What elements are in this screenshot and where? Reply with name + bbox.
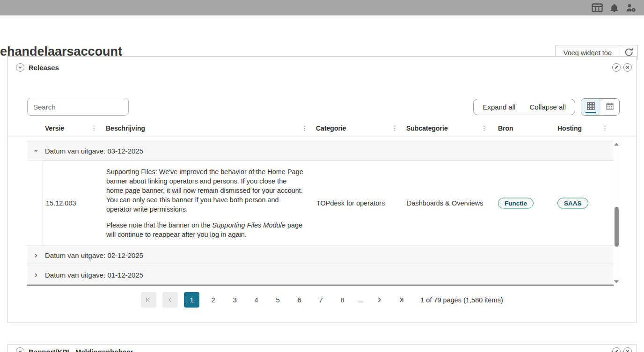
report-kpi-widget: Rapport/KPI - Meldingenbeheer [7,344,637,352]
column-menu-icon[interactable]: ⋮ [602,125,608,132]
column-menu-icon[interactable]: ⋮ [392,125,398,132]
view-toggle [581,98,620,116]
scrollbar-thumb[interactable] [615,207,619,247]
group-row-collapsed[interactable]: Datum van uitgave: 02-12-2025 [27,246,614,265]
page-button-current[interactable]: 1 [184,292,199,308]
page-button[interactable]: 2 [205,292,221,308]
cell-beschrijving: Supporting Files: We've improved the beh… [106,167,305,239]
release-row[interactable]: 15.12.003 Supporting Files: We've improv… [27,161,614,246]
notifications-bell-icon[interactable] [610,3,619,13]
cell-bron: Functie [498,198,534,209]
expand-all-button[interactable]: Expand all [483,103,515,111]
group-row-label: Datum van uitgave: 01-12-2025 [45,271,143,279]
pagination-ellipsis: ... [356,296,366,304]
report-kpi-widget-header: Rapport/KPI - Meldingenbeheer [7,345,637,352]
grid-view-button[interactable] [581,99,600,115]
column-menu-icon[interactable]: ⋮ [481,125,487,132]
collapse-widget-icon[interactable] [16,63,24,72]
cell-categorie: TOPdesk for operators [316,199,385,207]
scroll-down-icon[interactable] [614,280,619,283]
column-menu-icon[interactable]: ⋮ [91,125,97,132]
page-button[interactable]: 3 [227,292,242,308]
operator-settings-icon[interactable] [626,3,637,13]
chevron-right-icon[interactable] [32,272,40,279]
page-button[interactable]: 8 [335,292,350,308]
page-button[interactable]: 4 [249,292,264,308]
column-menu-icon[interactable]: ⋮ [301,125,307,132]
column-header-versie[interactable]: Versie [45,125,64,132]
pagination: 1 2 3 4 5 6 7 8 ... 1 of 79 pages (1,580… [7,292,637,308]
group-row-label: Datum van uitgave: 03-12-2025 [45,147,143,155]
topbar [0,0,644,15]
first-page-button[interactable] [141,292,156,308]
planner-icon[interactable] [592,3,603,12]
edit-widget-icon[interactable] [612,63,621,72]
group-row-expanded[interactable]: Datum van uitgave: 03-12-2025 [27,141,614,161]
widget-title: Releases [29,64,59,72]
calendar-view-icon [606,103,614,112]
next-page-button[interactable] [372,292,387,308]
page-button[interactable]: 5 [270,292,285,308]
bron-tag: Functie [498,198,534,209]
cell-versie: 15.12.003 [46,199,76,207]
page-header: ehandelaarsaccount Voeg widget toe [0,15,644,56]
cell-hosting: SAAS [557,198,588,209]
scroll-up-icon[interactable] [614,143,619,146]
column-header-hosting[interactable]: Hosting [557,125,582,132]
grid-view-icon [587,102,595,112]
close-widget-icon[interactable] [623,347,632,352]
column-header-beschrijving[interactable]: Beschrijving [106,125,145,132]
group-row-label: Datum van uitgave: 02-12-2025 [45,251,143,259]
description-paragraph: Supporting Files: We've improved the beh… [106,167,305,214]
column-header-categorie[interactable]: Categorie [316,125,346,132]
page-button[interactable]: 7 [313,292,329,308]
cell-subcategorie: Dashboards & Overviews [407,199,483,207]
expand-collapse-group: Expand all Collapse all [473,99,575,115]
collapse-widget-icon[interactable] [16,347,24,352]
widget-title: Rapport/KPI - Meldingenbeheer [29,348,133,352]
edit-widget-icon[interactable] [612,347,621,352]
vertical-scrollbar[interactable] [613,141,620,285]
last-page-button[interactable] [393,292,409,308]
releases-widget: Releases Expand all Collapse all [7,56,637,323]
chevron-right-icon[interactable] [32,252,40,259]
calendar-view-button[interactable] [600,99,620,115]
releases-widget-header: Releases [7,57,637,72]
column-header-bron[interactable]: Bron [498,125,513,132]
search-input[interactable] [27,98,129,116]
close-widget-icon[interactable] [623,63,632,72]
group-row-collapsed[interactable]: Datum van uitgave: 01-12-2025 [27,265,614,285]
collapse-all-button[interactable]: Collapse all [529,103,566,111]
prev-page-button[interactable] [162,292,178,308]
pagination-summary: 1 of 79 pages (1,580 items) [420,296,503,304]
table-header: Versie ⋮ Beschrijving ⋮ Categorie ⋮ Subc… [7,121,637,137]
release-row-box: 15.12.003 Supporting Files: We've improv… [43,161,614,245]
hosting-tag: SAAS [557,198,588,209]
description-paragraph: Please note that the banner on the Suppo… [106,220,305,239]
table-body: Datum van uitgave: 03-12-2025 15.12.003 … [27,141,614,286]
page-button[interactable]: 6 [292,292,307,308]
column-header-subcategorie[interactable]: Subcategorie [406,125,448,132]
chevron-down-icon[interactable] [32,147,40,154]
